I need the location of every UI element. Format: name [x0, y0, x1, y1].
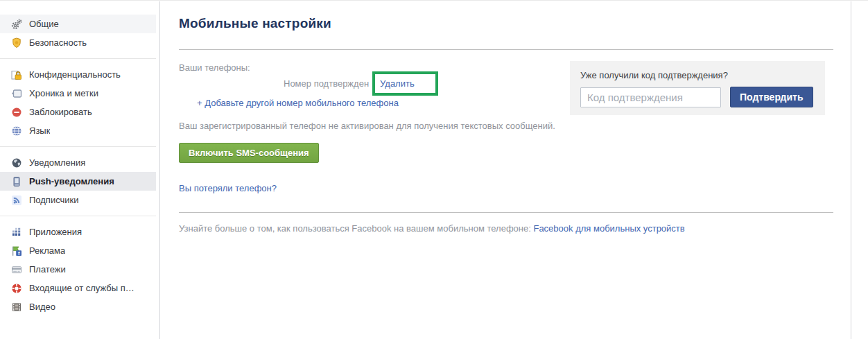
- sidebar-item-label: Видео: [29, 302, 55, 312]
- sidebar-item-general[interactable]: Общие: [0, 15, 156, 33]
- sidebar-item-label: Хроника и метки: [29, 88, 98, 98]
- lock-icon: [11, 69, 22, 80]
- sidebar-item-label: Push-уведомления: [29, 176, 114, 186]
- sidebar-item-label: Общие: [29, 19, 59, 29]
- sidebar-item-label: Реклама: [29, 245, 65, 256]
- sidebar-item-privacy[interactable]: Конфиденциальность: [0, 65, 156, 84]
- block-icon: [11, 107, 22, 118]
- timeline-icon: [11, 88, 22, 99]
- sidebar-item-label: Заблокировать: [29, 107, 92, 117]
- footer-note: Узнайте больше о том, как пользоваться F…: [179, 223, 833, 234]
- annotation-highlight-box: Удалить: [372, 71, 438, 96]
- sidebar-item-push-notifications[interactable]: Push-уведомления: [0, 172, 156, 191]
- sidebar-item-adverts[interactable]: f Реклама: [0, 241, 156, 260]
- sidebar-item-apps[interactable]: Приложения: [0, 223, 156, 241]
- page-title: Мобильные настройки: [179, 16, 833, 31]
- sidebar-item-language[interactable]: Язык: [0, 121, 156, 140]
- sidebar-item-support-inbox[interactable]: Входящие от службы п…: [0, 279, 156, 297]
- language-globe-icon: [11, 125, 22, 137]
- sidebar-item-label: Безопасность: [29, 37, 87, 48]
- video-filmstrip-icon: [11, 302, 22, 313]
- mobile-phone-icon: [11, 176, 22, 187]
- confirmation-code-panel: Уже получили код подтверждения? Подтверд…: [570, 61, 825, 115]
- title-divider: [179, 49, 833, 50]
- mobile-settings-page: Общие Безопасность Конфиденциальность Хр…: [0, 0, 868, 339]
- sidebar-item-blocking[interactable]: Заблокировать: [0, 103, 156, 121]
- apps-grid-icon: [11, 227, 22, 238]
- notifications-globe-icon: [11, 157, 22, 168]
- sidebar-item-security[interactable]: Безопасность: [0, 33, 156, 52]
- sidebar-item-payments[interactable]: Платежи: [0, 260, 156, 279]
- sidebar-item-label: Конфиденциальность: [29, 69, 121, 80]
- sidebar-divider: [0, 216, 156, 216]
- sidebar-divider: [0, 58, 156, 59]
- sidebar-item-label: Приложения: [29, 227, 82, 237]
- support-lifebuoy-icon: [11, 283, 22, 294]
- sidebar-item-followers[interactable]: Подписчики: [0, 191, 156, 209]
- confirm-button[interactable]: Подтвердить: [730, 87, 813, 107]
- add-phone-number-link[interactable]: + Добавьте другой номер мобильного телеф…: [197, 98, 399, 108]
- settings-sidebar: Общие Безопасность Конфиденциальность Хр…: [0, 1, 160, 339]
- number-confirmed-status: Номер подтвержден: [284, 78, 369, 89]
- footer-text: Узнайте больше о том, как пользоваться F…: [179, 223, 533, 234]
- mobile-settings-content: Мобильные настройки Ваши телефоны: Номер…: [160, 1, 851, 339]
- sidebar-item-timeline-tagging[interactable]: Хроника и метки: [0, 84, 156, 103]
- followers-rss-icon: [11, 195, 22, 206]
- footer-divider: [179, 212, 833, 213]
- sidebar-item-notifications[interactable]: Уведомления: [0, 153, 156, 172]
- adverts-icon: f: [11, 245, 22, 257]
- sidebar-divider: [0, 146, 156, 147]
- remove-phone-link[interactable]: Удалить: [380, 78, 415, 89]
- confirmation-code-input[interactable]: [580, 87, 721, 107]
- confirmation-panel-row: Подтвердить: [570, 80, 825, 107]
- gears-icon: [11, 19, 22, 30]
- shield-icon: [11, 37, 22, 49]
- sidebar-item-label: Входящие от службы п…: [29, 283, 134, 293]
- sms-not-activated-notice: Ваш зарегистрированный телефон не активи…: [179, 119, 571, 133]
- sidebar-item-label: Подписчики: [29, 195, 79, 205]
- sidebar-item-label: Уведомления: [29, 157, 85, 168]
- payments-card-icon: [11, 264, 22, 275]
- enable-sms-button[interactable]: Включить SMS-сообщения: [179, 143, 319, 163]
- sidebar-item-label: Платежи: [29, 264, 66, 275]
- sidebar-item-label: Язык: [29, 125, 50, 136]
- sidebar-item-videos[interactable]: Видео: [0, 297, 156, 316]
- confirmation-panel-title: Уже получили код подтверждения?: [570, 61, 825, 80]
- facebook-mobile-link[interactable]: Facebook для мобильных устройств: [533, 223, 684, 234]
- lost-phone-link[interactable]: Вы потеряли телефон?: [179, 183, 277, 193]
